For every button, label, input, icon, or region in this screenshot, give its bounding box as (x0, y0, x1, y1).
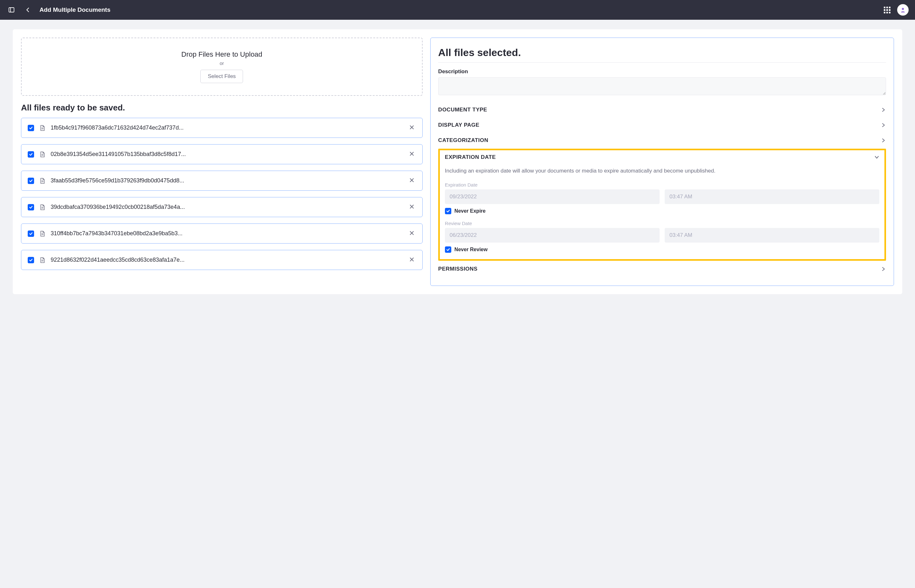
svg-rect-0 (9, 8, 14, 12)
section-label: DOCUMENT TYPE (438, 107, 487, 113)
apps-menu-button[interactable] (882, 5, 892, 15)
check-icon (29, 232, 33, 236)
sidebar-toggle-button[interactable] (6, 5, 16, 15)
review-time-input[interactable] (664, 228, 879, 242)
user-avatar-button[interactable] (897, 4, 909, 16)
expiration-header[interactable]: EXPIRATION DATE (445, 154, 879, 160)
dropzone-title: Drop Files Here to Upload (28, 50, 415, 58)
never-review-label: Never Review (454, 247, 488, 252)
close-icon (409, 124, 415, 130)
svg-point-2 (902, 8, 904, 10)
file-remove-button[interactable] (407, 229, 416, 238)
file-checkbox[interactable] (28, 125, 34, 131)
file-remove-button[interactable] (407, 202, 416, 212)
page-title: Add Multiple Documents (39, 6, 110, 13)
never-review-checkbox[interactable] (445, 246, 451, 253)
description-textarea[interactable] (438, 78, 886, 95)
review-date-input[interactable] (445, 228, 660, 242)
section-permissions[interactable]: PERMISSIONS (438, 262, 886, 277)
file-name: 02b8e391354d5ee311491057b135bbaf3d8c5f8d… (51, 151, 403, 158)
file-checkbox[interactable] (28, 231, 34, 237)
check-icon (29, 126, 33, 130)
never-expire-checkbox[interactable] (445, 208, 451, 214)
document-icon (39, 257, 45, 263)
close-icon (409, 177, 415, 183)
file-remove-button[interactable] (407, 123, 416, 132)
panel-icon (8, 7, 15, 13)
section-label: PERMISSIONS (438, 266, 478, 272)
never-expire-label: Never Expire (454, 208, 486, 214)
never-expire-row[interactable]: Never Expire (445, 208, 879, 214)
check-icon (446, 248, 450, 252)
file-name: 9221d8632f022d41aeedcc35cd8cd63ce83afa1a… (51, 257, 403, 263)
close-icon (409, 257, 415, 262)
chevron-down-icon (874, 155, 879, 160)
file-item[interactable]: 02b8e391354d5ee311491057b135bbaf3d8c5f8d… (21, 144, 423, 164)
file-name: 39dcdbafca370936be19492c0cb00218af5da73e… (51, 204, 403, 210)
close-icon (409, 230, 415, 236)
file-checkbox[interactable] (28, 178, 34, 184)
back-button[interactable] (23, 5, 33, 15)
file-checkbox[interactable] (28, 151, 34, 158)
check-icon (29, 258, 33, 262)
section-document-type[interactable]: DOCUMENT TYPE (438, 102, 886, 118)
dropzone-or: or (28, 60, 415, 66)
never-review-row[interactable]: Never Review (445, 246, 879, 253)
topbar-right (882, 4, 909, 16)
section-display-page[interactable]: DISPLAY PAGE (438, 118, 886, 133)
document-icon (39, 231, 45, 237)
chevron-right-icon (881, 107, 886, 112)
expiration-time-input[interactable] (664, 189, 879, 204)
file-checkbox[interactable] (28, 257, 34, 263)
file-remove-button[interactable] (407, 176, 416, 185)
document-icon (39, 178, 45, 184)
expiration-date-label: Expiration Date (445, 182, 879, 187)
check-icon (29, 179, 33, 183)
chevron-right-icon (881, 123, 886, 128)
file-dropzone[interactable]: Drop Files Here to Upload or Select File… (21, 37, 423, 96)
file-name: 3faab55d3f9e5756ce59d1b379263f9db0d0475d… (51, 177, 403, 184)
file-remove-button[interactable] (407, 255, 416, 265)
topbar-left: Add Multiple Documents (6, 5, 110, 15)
chevron-right-icon (881, 138, 886, 143)
top-bar: Add Multiple Documents (0, 0, 915, 20)
review-date-row (445, 228, 879, 242)
select-files-button[interactable]: Select Files (200, 70, 243, 83)
user-icon (900, 7, 906, 13)
chevron-left-icon (25, 7, 31, 13)
file-remove-button[interactable] (407, 150, 416, 159)
expiration-description: Including an expiration date will allow … (445, 167, 879, 175)
check-icon (446, 209, 450, 213)
file-checkbox[interactable] (28, 204, 34, 210)
left-column: Drop Files Here to Upload or Select File… (21, 37, 423, 286)
file-item[interactable]: 39dcdbafca370936be19492c0cb00218af5da73e… (21, 197, 423, 217)
document-icon (39, 125, 45, 131)
details-title: All files selected. (438, 47, 886, 63)
check-icon (29, 205, 33, 209)
file-item[interactable]: 3faab55d3f9e5756ce59d1b379263f9db0d0475d… (21, 171, 423, 191)
expiration-date-input[interactable] (445, 189, 660, 204)
section-label: CATEGORIZATION (438, 137, 488, 144)
file-item[interactable]: 9221d8632f022d41aeedcc35cd8cd63ce83afa1a… (21, 250, 423, 270)
main-card: Drop Files Here to Upload or Select File… (13, 29, 902, 294)
file-item[interactable]: 310ff4bb7bc7a7943b347031ebe08bd2a3e9ba5b… (21, 223, 423, 244)
file-item[interactable]: 1fb5b4c917f960873a6dc71632d424d74ec2af73… (21, 118, 423, 138)
file-name: 310ff4bb7bc7a7943b347031ebe08bd2a3e9ba5b… (51, 230, 403, 237)
section-categorization[interactable]: CATEGORIZATION (438, 133, 886, 148)
file-list: 1fb5b4c917f960873a6dc71632d424d74ec2af73… (21, 118, 423, 270)
apps-grid-icon (884, 7, 891, 13)
document-icon (39, 151, 45, 158)
close-icon (409, 204, 415, 210)
close-icon (409, 151, 415, 157)
details-panel: All files selected. Description DOCUMENT… (430, 37, 894, 286)
page-content: Drop Files Here to Upload or Select File… (0, 20, 915, 304)
review-date-label: Review Date (445, 221, 879, 226)
right-column: All files selected. Description DOCUMENT… (430, 37, 894, 286)
description-label: Description (438, 68, 886, 75)
chevron-right-icon (881, 267, 886, 271)
expiration-title: EXPIRATION DATE (445, 154, 496, 160)
file-name: 1fb5b4c917f960873a6dc71632d424d74ec2af73… (51, 124, 403, 131)
section-expiration-date: EXPIRATION DATE Including an expiration … (438, 149, 886, 261)
check-icon (29, 152, 33, 156)
document-icon (39, 204, 45, 210)
